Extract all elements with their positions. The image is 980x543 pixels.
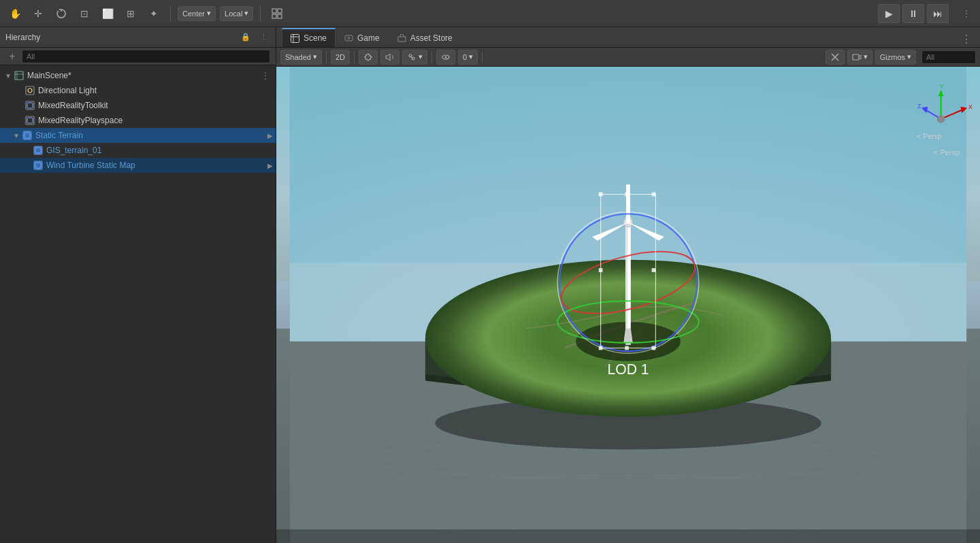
scene-search-input[interactable] (921, 50, 976, 64)
toolbar-sep-3 (431, 50, 432, 64)
more-options-btn[interactable]: ⋮ (958, 5, 975, 22)
scene-bottom-bar (276, 529, 980, 543)
tree-item-windturbine[interactable]: ▶ Wind Turbine Static Map ▶ (0, 158, 276, 173)
scene-view[interactable]: LOD 1 Y (276, 67, 980, 543)
label-dirlight: Directional Light (38, 86, 97, 95)
icon-staticterrain (22, 130, 33, 141)
arrow-mrtoolkit (14, 100, 24, 111)
2d-toggle-btn[interactable]: 2D (331, 50, 350, 65)
tab-scene[interactable]: Scene (282, 28, 336, 47)
hierarchy-title: Hierarchy (5, 33, 235, 42)
top-toolbar: ✋ ✛ ⊡ ⬜ ⊞ ✦ Center ▾ Local ▾ ▶ ⏸ ⏭ ⋮ (0, 0, 980, 27)
svg-rect-59 (652, 193, 656, 197)
rect-tool-btn[interactable]: ⬜ (98, 4, 117, 23)
separator-1 (170, 5, 171, 22)
toolbar-sep-1 (326, 50, 327, 64)
label-mrplayspace: MixedRealityPlayspace (38, 116, 122, 125)
label-mrtoolkit: MixedRealityToolkit (38, 101, 108, 110)
tree-item-mainscene[interactable]: ▼ MainScene* ⋮ (0, 68, 276, 83)
scene-visibility-btn[interactable] (436, 50, 455, 65)
svg-rect-12 (27, 118, 33, 123)
scene-lighting-btn[interactable] (359, 50, 378, 65)
gizmos-label: Gizmos (880, 53, 905, 61)
camera-dropdown[interactable]: ▾ (847, 50, 872, 65)
tree-item-gis-terrain[interactable]: ▶ GIS_terrain_01 (0, 143, 276, 158)
svg-rect-58 (599, 193, 603, 197)
shading-label: Shaded (285, 53, 311, 61)
svg-rect-61 (652, 346, 656, 350)
svg-rect-1 (278, 9, 282, 13)
custom-editor-tool-btn[interactable]: ✦ (144, 4, 163, 23)
tree-item-mrtoolkit[interactable]: MixedRealityToolkit (0, 98, 276, 113)
svg-rect-10 (27, 103, 33, 108)
icon-dirlight (24, 85, 35, 96)
windturbine-expand[interactable]: ▶ (267, 162, 273, 169)
label-mainscene: MainScene* (27, 71, 71, 80)
label-windturbine: Wind Turbine Static Map (46, 161, 135, 170)
svg-rect-49 (626, 184, 630, 224)
shading-dropdown[interactable]: Shaded ▾ (280, 50, 322, 65)
svg-rect-65 (625, 346, 629, 350)
scene-tools-btn[interactable] (826, 50, 845, 65)
pivot-dropdown[interactable]: Center ▾ (178, 6, 216, 21)
scene-audio-btn[interactable] (380, 50, 399, 65)
arrow-mainscene: ▼ (3, 70, 14, 81)
scene-effects-btn[interactable]: ▾ (402, 50, 427, 65)
hierarchy-search-bar: + (0, 48, 276, 65)
play-controls: ▶ ⏸ ⏭ (878, 4, 949, 23)
svg-point-29 (445, 56, 447, 58)
gizmos-dropdown[interactable]: Gizmos ▾ (875, 50, 916, 65)
svg-text:X: X (968, 104, 973, 111)
tree-item-staticterrain[interactable]: ▼ Static Terrain ▶ (0, 128, 276, 143)
icon-mrtoolkit (24, 100, 35, 111)
tab-assetstore[interactable]: Asset Store (389, 28, 461, 47)
label-gisterrain: GIS_terrain_01 (46, 146, 101, 155)
icon-windturbine (33, 160, 44, 171)
tree-item-directional-light[interactable]: Directional Light (0, 83, 276, 98)
staticterrain-expand[interactable]: ▶ (267, 132, 273, 139)
svg-rect-47 (626, 217, 627, 345)
scene-layers-btn[interactable]: 0 ▾ (458, 50, 478, 65)
scale-tool-btn[interactable]: ⊡ (75, 4, 94, 23)
scene-svg: LOD 1 Y (276, 67, 980, 543)
hand-tool-btn[interactable]: ✋ (5, 4, 24, 23)
icon-gisterrain (33, 145, 44, 156)
tree-item-mrplayspace[interactable]: MixedRealityPlayspace (0, 113, 276, 128)
move-tool-btn[interactable]: ✛ (29, 4, 48, 23)
arrow-mrplayspace (14, 115, 24, 126)
separator-2 (260, 5, 261, 22)
svg-point-8 (28, 88, 32, 93)
toolbar-sep-4 (482, 50, 483, 64)
persp-label: < Persp (934, 148, 960, 157)
toolbar-sep-2 (354, 50, 355, 64)
transform-tool-btn[interactable]: ⊞ (121, 4, 140, 23)
rotate-tool-btn[interactable] (52, 4, 71, 23)
tab-assetstore-label: Asset Store (410, 33, 453, 43)
play-button[interactable]: ▶ (878, 4, 900, 23)
mainscene-menu[interactable]: ⋮ (261, 70, 270, 81)
hierarchy-tree: ▼ MainScene* ⋮ Directional Light (0, 65, 276, 543)
svg-rect-2 (272, 14, 276, 18)
step-button[interactable]: ⏭ (927, 4, 949, 23)
svg-rect-62 (625, 193, 629, 197)
hierarchy-search-input[interactable] (22, 50, 270, 63)
space-dropdown[interactable]: Local ▾ (220, 6, 253, 21)
grid-btn[interactable] (267, 4, 287, 23)
icon-mrplayspace (24, 115, 35, 126)
hierarchy-lock-btn[interactable]: 🔒 (239, 31, 252, 44)
hierarchy-add-btn[interactable]: + (5, 50, 19, 63)
hierarchy-menu-btn[interactable]: ⋮ (257, 31, 270, 44)
svg-text:< Persp: < Persp (917, 132, 942, 140)
svg-rect-64 (599, 268, 603, 272)
scene-tabs: Scene Game Asset Store ⋮ (276, 27, 980, 48)
pause-button[interactable]: ⏸ (902, 4, 924, 23)
scene-toolbar: Shaded ▾ 2D ▾ 0 ▾ (276, 48, 980, 67)
tab-game[interactable]: Game (336, 28, 389, 47)
svg-rect-3 (278, 14, 282, 18)
svg-rect-60 (599, 346, 603, 350)
svg-rect-19 (291, 34, 299, 42)
icon-mainscene (14, 70, 24, 81)
tabs-more-btn[interactable]: ⋮ (958, 31, 975, 47)
svg-rect-7 (26, 86, 34, 95)
hierarchy-header: Hierarchy 🔒 ⋮ (0, 27, 276, 48)
